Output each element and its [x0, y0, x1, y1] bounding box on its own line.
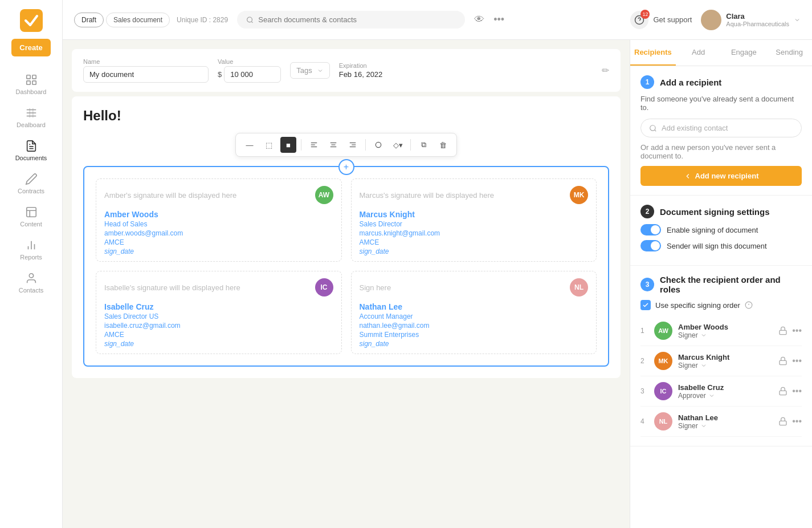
recip-more-icon[interactable]: ••• [792, 356, 802, 366]
sig-avatar: IC [315, 278, 333, 297]
toolbar-line-btn[interactable]: — [242, 137, 258, 153]
document-body: Hello! — ⬚ ■ [72, 96, 621, 378]
sig-avatar: AW [315, 186, 333, 204]
tab-sales[interactable]: Sales document [106, 13, 170, 27]
profile-info: Clara Aqua-Pharmaceuticals [726, 12, 789, 27]
signing-settings-section: 2 Document signing settings Enable signi… [630, 196, 812, 266]
search-bar[interactable] [237, 11, 465, 29]
tags-field[interactable]: Tags [290, 62, 329, 79]
signature-grid: Amber's signature will be displayed here… [96, 178, 597, 354]
document-fields: Name Value $ Tags Expiration Feb 16, [72, 49, 621, 92]
toolbar-align-center-btn[interactable] [325, 137, 341, 153]
main-content: Draft Sales document Unique ID : 2829 👁 … [63, 0, 812, 528]
sig-placeholder: Isabelle's signature will be displayed h… [104, 283, 240, 292]
more-options-icon[interactable]: ••• [493, 14, 504, 26]
tags-placeholder: Tags [296, 66, 312, 75]
search-input[interactable] [258, 15, 456, 24]
sidebar-item-documents[interactable]: Documents [0, 134, 62, 167]
recip-icons: ••• [778, 386, 802, 396]
enable-signing-label: Enable signing of document [667, 226, 758, 234]
recip-name: Marcus Knight [678, 353, 773, 362]
tab-engage[interactable]: Engage [721, 40, 767, 66]
tab-add[interactable]: Add [676, 40, 721, 66]
profile-area[interactable]: Clara Aqua-Pharmaceuticals [701, 10, 801, 30]
sig-name: NathanLee [360, 302, 589, 311]
avatar [701, 10, 721, 30]
recip-role[interactable]: Signer [678, 331, 773, 339]
sig-name: MarcusKnight [360, 210, 589, 219]
recip-role[interactable]: Signer [678, 362, 773, 369]
sender-sign-toggle[interactable] [640, 240, 661, 251]
recip-role[interactable]: Approver [678, 392, 773, 400]
sidebar-item-label: Dealboard [17, 121, 46, 128]
tab-draft[interactable]: Draft [74, 13, 104, 27]
toolbar-block-btn[interactable]: ■ [280, 137, 296, 153]
topbar-right: 12 Get support Clara Aqua-Pharmaceutical… [630, 10, 801, 30]
sidebar-item-dealboard[interactable]: Dealboard [0, 101, 62, 134]
sidebar-item-dashboard[interactable]: Dashboard [0, 68, 62, 101]
recip-role[interactable]: Signer [678, 422, 773, 430]
chevron-down-icon [708, 392, 715, 399]
tab-sending[interactable]: Sending [766, 40, 812, 66]
toolbar-align-right-btn[interactable] [345, 137, 361, 153]
sig-company: AMCE [104, 238, 333, 246]
svg-rect-4 [32, 81, 35, 84]
sig-avatar: MK [570, 186, 588, 204]
sidebar-item-contracts[interactable]: Contracts [0, 167, 62, 200]
signing-order-label: Use specific signing order [655, 301, 740, 310]
profile-name: Clara [726, 12, 789, 21]
sig-company: Summit Enterprises [360, 331, 589, 339]
logo[interactable] [20, 9, 43, 32]
toolbar-duplicate-btn[interactable]: ⧉ [415, 137, 431, 153]
search-icon [649, 124, 657, 132]
value-input[interactable] [224, 66, 281, 83]
recip-more-icon[interactable]: ••• [792, 416, 802, 427]
svg-point-12 [247, 17, 252, 22]
preview-icon[interactable]: 👁 [474, 14, 484, 26]
add-new-recipient-button[interactable]: Add new recipient [640, 166, 802, 186]
sidebar-item-label: Reports [20, 254, 42, 261]
sig-email: isabelle.cruz@gmail.com [104, 322, 333, 330]
recip-order: 2 [640, 357, 648, 365]
expiration-field-group: Expiration Feb 16, 2022 [339, 62, 383, 79]
toolbar-color-btn[interactable] [370, 137, 386, 153]
svg-rect-7 [26, 208, 36, 217]
tab-recipients[interactable]: Recipients [630, 40, 676, 66]
sidebar-item-contacts[interactable]: Contacts [0, 266, 62, 299]
create-button[interactable]: Create [11, 39, 50, 56]
section1-title: Add a recipient [660, 78, 721, 87]
contact-search[interactable]: Add existing contact [640, 119, 802, 137]
recip-name: Nathan Lee [678, 413, 773, 422]
lock-icon [778, 326, 787, 335]
signature-container: + Amber's signature will be displayed he… [83, 166, 609, 367]
recip-more-icon[interactable]: ••• [792, 326, 802, 336]
content-area: Name Value $ Tags Expiration Feb 16, [63, 40, 812, 528]
value-prefix: $ [218, 70, 222, 79]
sidebar-item-label: Contacts [19, 287, 43, 294]
recip-more-icon[interactable]: ••• [792, 386, 802, 396]
recip-avatar: IC [654, 382, 672, 400]
section3-num: 3 [640, 278, 654, 291]
edit-icon[interactable]: ✏ [602, 65, 609, 76]
add-signature-block-btn[interactable]: + [338, 159, 354, 175]
sidebar-item-content[interactable]: Content [0, 200, 62, 233]
sig-email: nathan.lee@gmail.com [360, 322, 589, 330]
toolbar-select-btn[interactable]: ⬚ [261, 137, 277, 153]
recip-name: Isabelle Cruz [678, 383, 773, 392]
sidebar: Create Dashboard Dealboard Documents Con… [0, 0, 63, 528]
lock-icon [778, 356, 787, 365]
sidebar-item-reports[interactable]: Reports [0, 233, 62, 266]
support-area[interactable]: 12 Get support [630, 11, 692, 29]
toolbar-delete-btn[interactable]: 🗑 [435, 137, 451, 153]
sidebar-item-label: Documents [15, 155, 47, 161]
sig-avatar: NL [570, 278, 588, 297]
signing-order-checkbox[interactable] [640, 300, 651, 310]
name-input[interactable] [83, 66, 209, 83]
section2-num: 2 [640, 205, 654, 218]
enable-signing-toggle[interactable] [640, 224, 661, 235]
toolbar-align-left-btn[interactable] [306, 137, 322, 153]
toolbar-style-btn[interactable]: ◇▾ [390, 137, 406, 153]
recipient-list: 1 AW Amber Woods Signer ••• 2 MK Marcus … [640, 316, 802, 437]
chevron-down-icon [700, 423, 707, 429]
section2-title: Document signing settings [660, 207, 770, 217]
